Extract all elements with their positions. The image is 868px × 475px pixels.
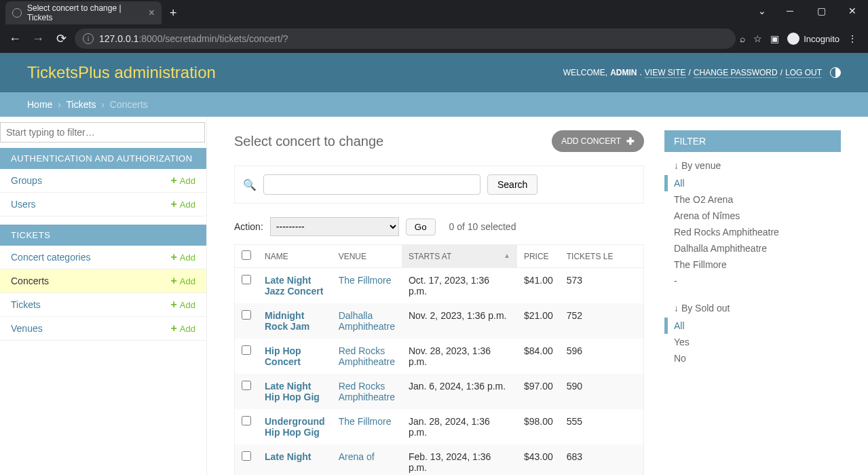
column-price[interactable]: PRICE [517,245,560,268]
filter-option[interactable]: No [664,350,841,366]
search-input[interactable] [263,174,480,195]
filter-option[interactable]: Red Rocks Amphitheatre [664,224,841,240]
row-tickets-left: 590 [560,374,644,409]
reload-button[interactable]: ⟳ [52,29,71,48]
model-link[interactable]: Concerts [11,276,49,286]
row-price: $41.00 [517,268,560,304]
results-table: NAME VENUE STARTS AT▲ PRICE TICKETS LE L… [234,244,644,475]
user-tools: WELCOME, ADMIN. VIEW SITE / CHANGE PASSW… [563,67,841,78]
filter-option[interactable]: The O2 Arena [664,191,841,208]
model-add-link[interactable]: Add [171,198,195,210]
model-add-link[interactable]: Add [171,275,195,287]
row-name-link[interactable]: Late Night Hip Hop Gig [265,381,320,402]
model-link[interactable]: Users [11,199,36,210]
row-name-link[interactable]: Late Night [265,451,311,462]
filter-option[interactable]: The Fillmore [664,256,841,273]
page-title: Select concert to change [234,134,383,149]
change-password-link[interactable]: CHANGE PASSWORD [694,68,778,78]
column-name[interactable]: NAME [258,245,332,268]
row-checkbox[interactable] [242,416,251,425]
view-site-link[interactable]: VIEW SITE [645,68,686,78]
filter-option[interactable]: Arena of Nîmes [664,208,841,224]
forward-button[interactable]: → [29,29,48,48]
incognito-indicator[interactable]: Incognito [787,33,839,45]
row-starts-at: Feb. 13, 2024, 1:36 p.m. [402,444,517,475]
logout-link[interactable]: LOG OUT [785,68,822,78]
app-header[interactable]: TICKETS [0,225,206,246]
filter-group-label[interactable]: By venue [664,152,841,175]
row-checkbox[interactable] [242,451,251,461]
table-row: Underground Hip Hop GigThe FillmoreJan. … [235,409,644,444]
model-link[interactable]: Venues [11,323,43,334]
sidebar: AUTHENTICATION AND AUTHORIZATIONGroupsAd… [0,117,207,475]
row-venue-link[interactable]: The Fillmore [339,275,392,286]
row-starts-at: Nov. 2, 2023, 1:36 p.m. [402,303,517,339]
row-checkbox[interactable] [242,275,251,284]
site-info-icon[interactable]: i [83,33,94,44]
model-add-link[interactable]: Add [171,174,195,187]
add-concert-button[interactable]: ADD CONCERT ✚ [552,130,644,152]
column-venue[interactable]: VENUE [332,245,402,268]
column-starts-at[interactable]: STARTS AT▲ [402,245,517,268]
row-venue-link[interactable]: Red Rocks Amphitheatre [339,381,395,402]
go-button[interactable]: Go [406,218,436,235]
panel-icon[interactable]: ▣ [770,33,779,44]
row-starts-at: Nov. 28, 2023, 1:36 p.m. [402,339,517,374]
row-name-link[interactable]: Hip Hop Concert [265,345,301,367]
model-link[interactable]: Concert categories [11,252,91,263]
filter-option[interactable]: Yes [664,334,841,350]
row-name-link[interactable]: Midnight Rock Jam [265,310,309,332]
model-link[interactable]: Groups [11,175,42,186]
incognito-icon [787,33,799,45]
filters-panel: FILTER By venueAllThe O2 ArenaArena of N… [664,130,841,475]
tab-close-icon[interactable]: × [149,7,155,19]
row-venue-link[interactable]: The Fillmore [339,416,392,427]
filter-group-label[interactable]: By Sold out [664,294,841,318]
action-select[interactable]: --------- [270,217,399,236]
filter-option[interactable]: All [664,318,841,334]
admin-header: TicketsPlus administration WELCOME, ADMI… [0,53,868,92]
row-venue-link[interactable]: Red Rocks Amphitheatre [339,345,395,367]
back-button[interactable]: ← [5,29,24,48]
address-bar[interactable]: i 127.0.0.1:8000/secretadmin/tickets/con… [75,28,736,49]
zoom-icon[interactable]: ⌕ [740,33,745,44]
bookmark-icon[interactable]: ☆ [753,33,762,44]
nav-filter-input[interactable] [0,122,205,142]
filter-option[interactable]: Dalhalla Amphitheatre [664,240,841,256]
globe-icon [12,8,22,18]
browser-chrome: ─ ▢ ✕ ⌄ Select concert to change | Ticke… [0,0,868,53]
column-tickets-left[interactable]: TICKETS LE [560,245,644,268]
action-label: Action: [234,221,263,232]
row-checkbox[interactable] [242,381,251,390]
tab-search-icon[interactable]: ⌄ [758,5,766,16]
sort-asc-icon: ▲ [504,252,510,259]
row-name-link[interactable]: Late Night Jazz Concert [265,275,323,297]
browser-tab[interactable]: Select concert to change | Tickets × [5,1,162,24]
window-maximize[interactable]: ▢ [806,0,837,22]
row-venue-link[interactable]: Arena of [339,451,375,462]
window-close[interactable]: ✕ [837,0,868,22]
row-venue-link[interactable]: Dalhalla Amphitheatre [339,310,395,332]
menu-icon[interactable]: ⋮ [848,33,857,44]
row-checkbox[interactable] [242,310,251,320]
breadcrumb-home[interactable]: Home [27,99,52,110]
model-add-link[interactable]: Add [171,299,195,311]
model-row: VenuesAdd [0,317,206,341]
row-checkbox[interactable] [242,345,251,355]
new-tab-button[interactable]: + [162,2,185,24]
theme-toggle-icon[interactable] [830,67,841,78]
url-port: :8000 [138,33,162,44]
filter-option[interactable]: All [664,175,841,191]
search-button[interactable]: Search [487,174,537,195]
breadcrumb-tickets[interactable]: Tickets [67,99,96,110]
row-name-link[interactable]: Underground Hip Hop Gig [265,416,325,438]
model-add-link[interactable]: Add [171,251,195,263]
filter-option[interactable]: - [664,273,841,289]
model-link[interactable]: Tickets [11,299,41,310]
model-row: TicketsAdd [0,293,206,317]
select-all-checkbox[interactable] [242,250,251,260]
model-add-link[interactable]: Add [171,322,195,335]
window-minimize[interactable]: ─ [774,0,806,22]
app-header[interactable]: AUTHENTICATION AND AUTHORIZATION [0,148,206,169]
branding[interactable]: TicketsPlus administration [27,63,216,82]
